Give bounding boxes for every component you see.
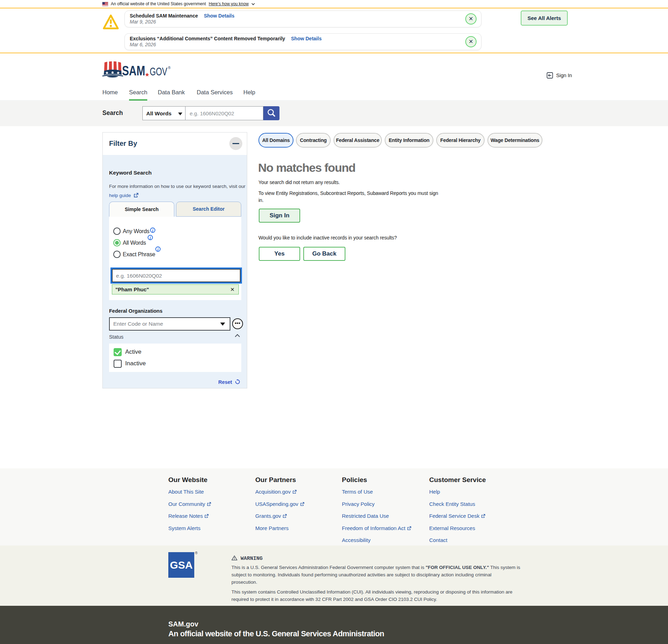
svg-text:GOV: GOV xyxy=(150,66,167,78)
svg-text:®: ® xyxy=(168,66,171,70)
svg-text:SAM: SAM xyxy=(122,63,145,78)
